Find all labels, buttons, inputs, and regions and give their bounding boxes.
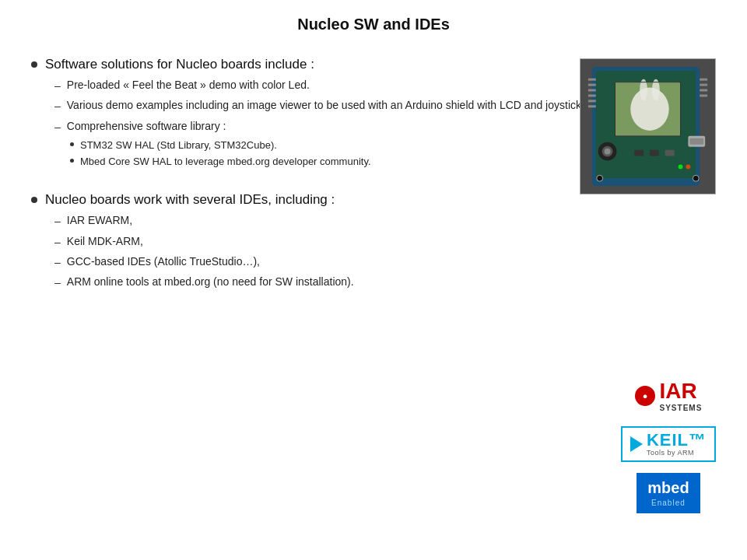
ide-item-2: – Keil MDK-ARM,	[54, 233, 716, 250]
dash-item-3-text: Comprehensive software library :	[67, 118, 226, 134]
keil-sub-text: Tools by ARM	[647, 450, 707, 457]
dash-2: –	[54, 98, 61, 114]
stm32-text: STM32 SW HAL (Std Library, STM32Cube).	[80, 138, 277, 152]
bullet-dot-2	[31, 197, 37, 203]
svg-rect-11	[588, 89, 596, 92]
svg-rect-12	[588, 94, 596, 96]
svg-text:●: ●	[642, 391, 647, 401]
ides-section: Nucleo boards work with several IDEs, in…	[31, 192, 716, 290]
mbed-logo: mbed Enabled	[637, 473, 700, 513]
svg-point-28	[686, 164, 690, 169]
svg-rect-25	[650, 150, 659, 156]
ide-dash-4: –	[54, 275, 61, 290]
svg-point-30	[693, 175, 699, 181]
svg-rect-17	[700, 89, 707, 92]
ides-bullet: Nucleo boards work with several IDEs, in…	[31, 192, 716, 208]
svg-rect-10	[588, 84, 596, 86]
slide-title: Nucleo SW and IDEs	[31, 16, 716, 33]
small-dot-1	[70, 142, 74, 146]
ide-item-1-text: IAR EWARM,	[67, 212, 132, 228]
keil-text: KEIL™ Tools by ARM	[647, 431, 707, 457]
logos-area: ● IAR SYSTEMS KEIL™ Tools by ARM mbed En…	[621, 376, 716, 513]
small-dot-2	[70, 159, 74, 163]
svg-rect-18	[700, 94, 707, 96]
ides-bullet-text: Nucleo boards work with several IDEs, in…	[45, 192, 335, 208]
ide-item-2-text: Keil MDK-ARM,	[67, 233, 143, 249]
svg-rect-23	[689, 138, 703, 145]
keil-logo: KEIL™ Tools by ARM	[621, 426, 716, 462]
ide-item-3: – GCC-based IDEs (Atollic TrueStudio…),	[54, 254, 716, 270]
ide-item-4-text: ARM online tools at mbed.org (no need fo…	[67, 274, 354, 289]
iar-logo: ● IAR SYSTEMS	[629, 376, 709, 415]
ides-sub-items: – IAR EWARM, – Keil MDK-ARM, – GCC-based…	[54, 212, 716, 290]
svg-rect-24	[634, 150, 644, 156]
ide-dash-3: –	[54, 254, 61, 270]
bullet-dot-1	[31, 61, 37, 68]
dash-item-2-text: Various demo examples including an image…	[67, 97, 584, 113]
iar-brand-name: IAR	[660, 380, 703, 404]
svg-point-27	[679, 164, 683, 169]
iar-circle-icon: ●	[635, 386, 655, 406]
svg-rect-16	[700, 84, 707, 86]
iar-text: IAR SYSTEMS	[660, 380, 703, 412]
keil-brand-name: KEIL™	[647, 431, 707, 450]
svg-point-29	[597, 175, 603, 181]
mbed-sub-text: Enabled	[651, 499, 686, 507]
dash-1: –	[54, 78, 61, 93]
software-bullet-text: Software solutions for Nucleo boards inc…	[45, 57, 314, 72]
svg-rect-26	[665, 150, 675, 156]
ide-dash-2: –	[54, 234, 61, 250]
svg-point-21	[605, 149, 611, 155]
svg-rect-9	[588, 79, 596, 81]
slide: Nucleo SW and IDEs	[0, 0, 747, 560]
svg-rect-14	[588, 105, 596, 107]
mbed-brand-name: mbed	[647, 479, 689, 497]
svg-rect-13	[588, 100, 596, 102]
arduino-board-image	[580, 58, 716, 194]
ide-item-3-text: GCC-based IDEs (Atollic TrueStudio…),	[67, 254, 260, 269]
dash-3: –	[54, 119, 61, 135]
iar-sub-text: SYSTEMS	[660, 404, 703, 412]
svg-point-5	[630, 88, 668, 131]
ide-item-4: – ARM online tools at mbed.org (no need …	[54, 274, 716, 290]
svg-rect-15	[700, 79, 707, 81]
ide-item-1: – IAR EWARM,	[54, 212, 716, 229]
ide-dash-1: –	[54, 213, 61, 229]
keil-chevron-icon	[630, 436, 643, 452]
dash-item-1-text: Pre-loaded « Feel the Beat » demo with c…	[67, 77, 310, 93]
mbed-text: Mbed Core SW HAL to leverage mbed.org de…	[80, 155, 371, 169]
